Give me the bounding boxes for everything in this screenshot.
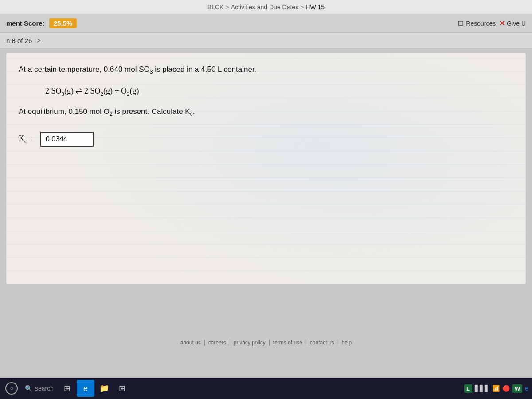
tray-network-icon: 📶 — [492, 385, 500, 392]
breadcrumb-part2: Activities and Due Dates — [231, 4, 299, 11]
file-explorer-icon: 📁 — [99, 383, 109, 393]
navigation-row: n 8 of 26 > — [0, 33, 532, 49]
breadcrumb-sep1: > — [225, 4, 229, 11]
question-content-area: At a certain temperature, 0.640 mol SO3 … — [6, 53, 526, 284]
resources-label: Resources — [466, 20, 496, 27]
score-value: 25.5% — [49, 18, 77, 28]
footer-terms[interactable]: terms of use — [270, 340, 306, 346]
start-icon: ○ — [10, 385, 13, 391]
give-up-label: Give U — [507, 20, 526, 27]
kc-label: Kc — [19, 134, 27, 145]
answer-input[interactable] — [40, 132, 94, 147]
footer-help[interactable]: help — [338, 340, 356, 346]
tray-edge-tray-icon: e — [525, 385, 528, 392]
tray-chrome-icon: 🔴 — [502, 385, 510, 392]
task-view-button[interactable]: ⊞ — [59, 380, 75, 396]
footer-links: about us careers privacy policy terms of… — [0, 340, 532, 346]
edge-browser-button[interactable]: e — [77, 380, 94, 397]
score-label: ment Score: — [6, 20, 45, 27]
give-up-button[interactable]: ✕ Give U — [499, 19, 526, 27]
next-question-arrow[interactable]: > — [35, 37, 42, 45]
chemical-equation: 2 SO3(g) ⇌ 2 SO2(g) + O2(g) — [45, 86, 513, 98]
question-indicator: n 8 of 26 — [6, 37, 32, 44]
tray-w-icon: W — [512, 384, 522, 393]
tray-L-icon: L — [464, 384, 472, 393]
give-up-x-icon: ✕ — [499, 19, 505, 27]
footer-contact[interactable]: contact us — [306, 340, 338, 346]
breadcrumb-sep2: > — [300, 4, 304, 11]
equals-sign: = — [31, 135, 36, 144]
file-explorer-button[interactable]: 📁 — [96, 380, 112, 396]
tray-bars-icon: ▋▋▋ — [475, 385, 489, 392]
taskbar-search-label: search — [35, 385, 54, 392]
edge-icon: e — [83, 384, 88, 393]
task-view-icon: ⊞ — [64, 383, 70, 393]
answer-row: Kc = — [19, 132, 513, 147]
footer-privacy[interactable]: privacy policy — [230, 340, 270, 346]
question-intro-text: At a certain temperature, 0.640 mol SO3 … — [19, 64, 513, 76]
breadcrumb-part1: BLCK — [207, 4, 224, 11]
taskbar: ○ 🔍 search ⊞ e 📁 ⊞ L ▋▋▋ 📶 🔴 W e — [0, 378, 532, 399]
search-area-taskbar[interactable]: 🔍 search — [21, 380, 57, 396]
footer-about[interactable]: about us — [177, 340, 205, 346]
question-navigation: n 8 of 26 > — [6, 37, 43, 45]
start-circle: ○ — [5, 382, 18, 395]
top-right-actions: ☐ Resources ✕ Give U — [458, 19, 526, 27]
app-tiles-icon: ⊞ — [119, 383, 125, 393]
footer-careers[interactable]: careers — [205, 340, 230, 346]
breadcrumb-part3: HW 15 — [305, 4, 325, 11]
resources-icon: ☐ — [458, 20, 464, 27]
system-tray: L ▋▋▋ 📶 🔴 W e — [464, 384, 528, 393]
taskbar-search-icon: 🔍 — [25, 385, 32, 392]
breadcrumb-bar: BLCK > Activities and Due Dates > HW 15 — [0, 0, 532, 14]
start-button[interactable]: ○ — [4, 380, 20, 396]
resources-button[interactable]: ☐ Resources — [458, 20, 496, 27]
app-tiles-button[interactable]: ⊞ — [114, 380, 130, 396]
equilibrium-text: At equilibrium, 0.150 mol O2 is present.… — [19, 106, 513, 118]
score-bar: ment Score: 25.5% ☐ Resources ✕ Give U — [0, 14, 532, 33]
